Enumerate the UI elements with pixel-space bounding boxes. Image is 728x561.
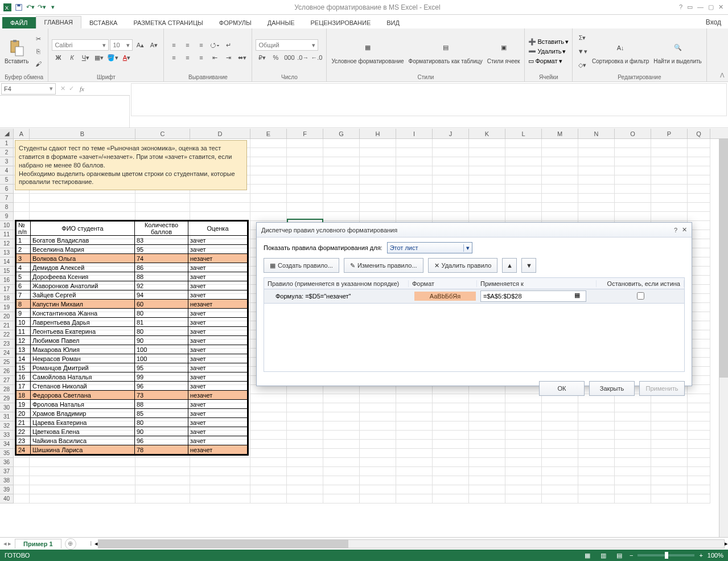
cell[interactable] xyxy=(287,494,323,503)
cell[interactable] xyxy=(542,212,578,221)
cell[interactable] xyxy=(688,203,710,212)
tab-insert[interactable]: ВСТАВКА xyxy=(81,17,125,28)
zoom-slider[interactable] xyxy=(637,554,694,556)
align-center-icon[interactable]: ≡ xyxy=(181,52,194,63)
align-right-icon[interactable]: ≡ xyxy=(195,52,207,63)
tab-formulas[interactable]: ФОРМУЛЫ xyxy=(211,17,260,28)
cell[interactable] xyxy=(190,467,250,476)
cell[interactable] xyxy=(30,458,135,467)
cell[interactable] xyxy=(615,212,651,221)
cell[interactable] xyxy=(360,157,396,166)
row-header[interactable]: 14 xyxy=(0,257,14,267)
cell[interactable] xyxy=(505,449,542,458)
cell[interactable] xyxy=(505,440,542,449)
cell-q[interactable]: 95 xyxy=(135,363,188,372)
cell-fio[interactable]: Любимов Павел xyxy=(31,336,135,345)
cell[interactable] xyxy=(250,157,287,166)
cell[interactable] xyxy=(688,476,710,485)
clear-icon[interactable]: ◇▾ xyxy=(576,59,589,71)
table-row[interactable]: 7Зайцев Сергей94зачет xyxy=(17,290,248,300)
cell[interactable] xyxy=(578,412,615,421)
cell[interactable] xyxy=(135,194,190,203)
table-row[interactable]: 15Романцов Дмитрий95зачет xyxy=(17,363,248,372)
cell-q[interactable]: 78 xyxy=(135,445,188,454)
cell-q[interactable]: 90 xyxy=(135,336,188,345)
cell[interactable] xyxy=(542,148,578,157)
cell[interactable] xyxy=(542,467,578,476)
table-row[interactable]: 11Леонтьева Екатерина80зачет xyxy=(17,327,248,336)
cell[interactable] xyxy=(688,412,710,421)
cell[interactable] xyxy=(578,212,615,221)
cell-n[interactable]: 21 xyxy=(17,418,31,427)
comma-icon[interactable]: 000 xyxy=(283,52,295,63)
cell[interactable] xyxy=(688,212,710,221)
cell[interactable] xyxy=(323,476,360,485)
cell[interactable] xyxy=(396,412,433,421)
cut-icon[interactable]: ✂ xyxy=(32,33,44,44)
cell[interactable] xyxy=(287,412,323,421)
cell[interactable] xyxy=(287,157,323,166)
cell-o[interactable]: зачет xyxy=(188,354,248,363)
cell[interactable] xyxy=(615,449,651,458)
table-row[interactable]: 17Степанов Николай96зачет xyxy=(17,382,248,391)
cell[interactable] xyxy=(323,157,360,166)
cell[interactable] xyxy=(469,212,505,221)
cell[interactable] xyxy=(469,403,505,412)
name-box[interactable]: F4▾ xyxy=(1,83,56,95)
cell-o[interactable]: зачет xyxy=(188,263,248,272)
cell[interactable] xyxy=(250,139,287,148)
cell[interactable] xyxy=(469,467,505,476)
font-name-combo[interactable]: Calibri▾ xyxy=(52,39,109,51)
cell-q[interactable]: 80 xyxy=(135,309,188,318)
cell-fio[interactable]: Храмов Владимир xyxy=(31,409,135,418)
cell[interactable] xyxy=(505,148,542,157)
cell[interactable] xyxy=(651,166,688,175)
format-painter-icon[interactable]: 🖌 xyxy=(32,58,44,69)
cell-n[interactable]: 5 xyxy=(17,272,31,281)
cell[interactable] xyxy=(287,485,323,494)
cell-n[interactable]: 20 xyxy=(17,409,31,418)
cell-n[interactable]: 1 xyxy=(17,236,31,245)
row-header[interactable]: 20 xyxy=(0,312,14,321)
cell[interactable] xyxy=(396,148,433,157)
table-row[interactable]: 1Богатов Владислав83зачет xyxy=(17,236,248,245)
row-header[interactable]: 9 xyxy=(0,212,14,221)
cell[interactable] xyxy=(433,203,469,212)
row-header[interactable]: 23 xyxy=(0,339,14,349)
table-row[interactable]: 6Жаворонков Анатолий92зачет xyxy=(17,281,248,290)
cell[interactable] xyxy=(135,485,190,494)
cell[interactable] xyxy=(287,166,323,175)
column-header[interactable]: K xyxy=(469,129,505,138)
cell[interactable] xyxy=(615,412,651,421)
apply-button[interactable]: Применить xyxy=(639,381,685,396)
cell[interactable] xyxy=(396,485,433,494)
cell[interactable] xyxy=(14,494,30,503)
cell[interactable] xyxy=(323,185,360,194)
copy-icon[interactable]: ⎘ xyxy=(32,46,44,57)
tab-review[interactable]: РЕЦЕНЗИРОВАНИЕ xyxy=(302,17,379,28)
cell[interactable] xyxy=(360,185,396,194)
cell[interactable] xyxy=(396,476,433,485)
cell[interactable] xyxy=(469,440,505,449)
row-header[interactable]: 6 xyxy=(0,185,14,194)
cell[interactable] xyxy=(323,458,360,467)
enter-formula-icon[interactable]: ✓ xyxy=(69,85,74,92)
cell[interactable] xyxy=(469,148,505,157)
cell[interactable] xyxy=(651,185,688,194)
cell[interactable] xyxy=(578,467,615,476)
cell[interactable] xyxy=(651,148,688,157)
column-header[interactable]: M xyxy=(542,129,578,138)
cell[interactable] xyxy=(323,412,360,421)
cell[interactable] xyxy=(651,440,688,449)
cell[interactable] xyxy=(433,212,469,221)
cell[interactable] xyxy=(505,175,542,185)
merge-icon[interactable]: ⬌▾ xyxy=(236,52,248,63)
row-header[interactable]: 31 xyxy=(0,412,14,421)
cell[interactable] xyxy=(542,485,578,494)
tab-data[interactable]: ДАННЫЕ xyxy=(260,17,303,28)
cell-fio[interactable]: Чайкина Василиса xyxy=(31,436,135,445)
cell-o[interactable]: зачет xyxy=(188,327,248,336)
tab-home[interactable]: ГЛАВНАЯ xyxy=(36,16,81,28)
cell[interactable] xyxy=(323,194,360,203)
cell[interactable] xyxy=(688,494,710,503)
